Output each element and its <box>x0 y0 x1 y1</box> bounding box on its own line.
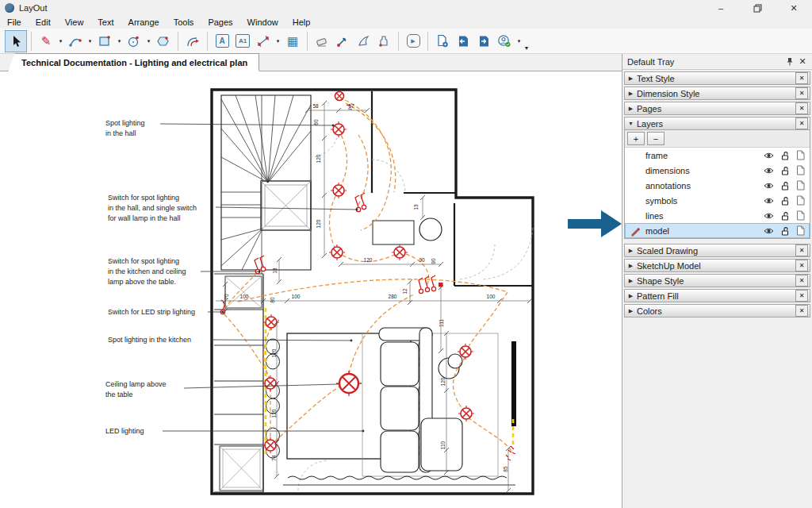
toolbar-overflow-button[interactable]: ▾ <box>525 44 528 53</box>
menu-help[interactable]: Help <box>285 17 318 27</box>
menu-window[interactable]: Window <box>240 17 285 27</box>
split-tool-button[interactable] <box>353 31 373 52</box>
menu-tools[interactable]: Tools <box>167 17 201 27</box>
close-button[interactable]: ✕ <box>776 0 812 16</box>
section-label: Shape Style <box>637 276 795 286</box>
eye-icon[interactable] <box>764 197 774 205</box>
remove-layer-button[interactable]: − <box>647 132 665 145</box>
section-close-button[interactable]: ✕ <box>795 117 808 129</box>
share-page-icon[interactable] <box>795 225 806 236</box>
section-close-button[interactable]: ✕ <box>795 244 808 256</box>
offset-tool-button[interactable] <box>182 31 203 52</box>
unlock-icon[interactable] <box>779 181 790 190</box>
add-layer-button[interactable]: + <box>627 132 645 145</box>
rectangle-tool-dropdown[interactable]: ▾ <box>115 38 124 44</box>
erase-tool-button[interactable] <box>312 31 332 52</box>
menu-file[interactable]: File <box>0 17 29 27</box>
next-page-button[interactable] <box>473 31 494 52</box>
layer-row-frame[interactable]: frame <box>625 148 810 163</box>
share-page-icon[interactable] <box>795 195 806 206</box>
dimension-tool-button[interactable] <box>253 31 274 52</box>
chevron-down-icon: ▼ <box>625 121 637 126</box>
join-tool-button[interactable] <box>373 31 394 52</box>
arc-tool-button[interactable] <box>65 31 86 52</box>
section-layers[interactable]: ▼ Layers ✕ <box>624 117 810 130</box>
section-scaled-drawing[interactable]: ▶ Scaled Drawing ✕ <box>624 244 810 257</box>
account-dropdown[interactable]: ▾ <box>515 38 523 44</box>
unlock-icon[interactable] <box>779 211 790 221</box>
table-tool-button[interactable]: ▦ <box>282 31 303 52</box>
select-tool-button[interactable] <box>5 30 27 52</box>
tab-label: Technical Documentation - Lighting and e… <box>21 58 247 67</box>
section-shape-style[interactable]: ▶ Shape Style ✕ <box>624 274 810 287</box>
menu-view[interactable]: View <box>58 17 91 27</box>
account-button[interactable] <box>494 31 515 52</box>
start-presentation-button[interactable]: ▶ <box>403 31 423 52</box>
dimension-tool-dropdown[interactable]: ▾ <box>274 38 282 44</box>
section-pages[interactable]: ▶ Pages ✕ <box>624 102 810 115</box>
circle-tool-dropdown[interactable]: ▾ <box>144 38 153 44</box>
section-close-button[interactable]: ✕ <box>795 275 808 287</box>
tab-technical-documentation[interactable]: Technical Documentation - Lighting and e… <box>8 53 259 71</box>
share-page-icon[interactable] <box>795 165 806 175</box>
polygon-tool-button[interactable] <box>153 31 174 52</box>
section-close-button[interactable]: ✕ <box>795 290 808 302</box>
minimize-button[interactable]: – <box>703 0 739 16</box>
layer-row-model[interactable]: model <box>625 223 810 238</box>
section-dimension-style[interactable]: ▶ Dimension Style ✕ <box>624 87 810 100</box>
layer-row-dimensions[interactable]: dimensions <box>625 163 810 178</box>
section-close-button[interactable]: ✕ <box>795 72 808 84</box>
section-sketchup-model[interactable]: ▶ SketchUp Model ✕ <box>624 259 810 272</box>
tray-close-button[interactable]: ✕ <box>796 56 809 67</box>
layer-row-symbols[interactable]: symbols <box>625 193 810 208</box>
pin-button[interactable] <box>783 56 796 67</box>
eye-icon[interactable] <box>764 152 774 160</box>
unlock-icon[interactable] <box>779 151 790 160</box>
eye-icon[interactable] <box>764 182 774 190</box>
menu-text[interactable]: Text <box>90 17 121 27</box>
previous-page-button[interactable] <box>453 31 473 52</box>
eye-icon[interactable] <box>764 212 774 220</box>
eye-icon[interactable] <box>764 167 774 175</box>
drawing-canvas[interactable]: 58 57 60 120 120 13 120 90 90 18 70 100 … <box>0 71 622 508</box>
section-colors[interactable]: ▶ Colors ✕ <box>624 304 810 318</box>
rectangle-tool-button[interactable] <box>94 31 115 52</box>
eye-icon[interactable] <box>764 227 774 235</box>
section-text-style[interactable]: ▶ Text Style ✕ <box>624 71 810 85</box>
callout-arrow <box>568 209 623 239</box>
svg-text:100: 100 <box>240 294 249 299</box>
unlock-icon[interactable] <box>779 166 790 175</box>
svg-text:100: 100 <box>292 294 301 299</box>
document-tab-bar: Technical Documentation - Lighting and e… <box>0 54 622 71</box>
circle-tool-button[interactable] <box>124 31 144 52</box>
section-close-button[interactable]: ✕ <box>795 87 808 99</box>
svg-text:120: 120 <box>440 377 446 386</box>
layers-toolbar: + − <box>625 130 810 148</box>
arc-tool-dropdown[interactable]: ▾ <box>86 38 94 44</box>
unlock-icon[interactable] <box>779 196 790 206</box>
style-tool-button[interactable] <box>332 31 353 52</box>
chevron-right-icon: ▶ <box>625 293 637 299</box>
restore-button[interactable] <box>739 0 776 16</box>
menu-edit[interactable]: Edit <box>29 17 58 27</box>
section-pattern-fill[interactable]: ▶ Pattern Fill ✕ <box>624 289 810 302</box>
unlock-icon[interactable] <box>779 226 790 236</box>
text-tool-button[interactable]: A <box>212 31 232 52</box>
line-tool-button[interactable]: ✎ <box>36 31 56 52</box>
line-tool-dropdown[interactable]: ▾ <box>56 38 65 44</box>
svg-text:120: 120 <box>271 348 277 357</box>
svg-text:for wall lamp in the hall: for wall lamp in the hall <box>108 214 181 222</box>
section-close-button[interactable]: ✕ <box>795 102 808 114</box>
menu-arrange[interactable]: Arrange <box>121 17 167 27</box>
share-page-icon[interactable] <box>795 150 806 160</box>
label-tool-button[interactable]: A1 <box>232 31 253 52</box>
layer-row-annotations[interactable]: annotations <box>625 178 810 193</box>
menu-pages[interactable]: Pages <box>201 17 239 27</box>
section-close-button[interactable]: ✕ <box>795 260 808 271</box>
share-page-icon[interactable] <box>795 180 806 190</box>
share-page-icon[interactable] <box>795 210 806 221</box>
add-page-button[interactable] <box>432 31 453 52</box>
layer-row-lines[interactable]: lines <box>625 208 810 223</box>
pin-icon <box>786 57 794 66</box>
section-close-button[interactable]: ✕ <box>795 305 808 317</box>
